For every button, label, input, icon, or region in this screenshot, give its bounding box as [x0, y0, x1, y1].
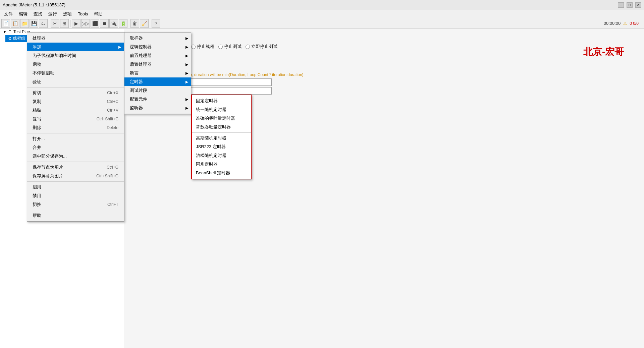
- submenu-timer[interactable]: 定时器: [124, 77, 191, 86]
- warning-icon: ⚠: [623, 21, 627, 26]
- radio-stop-test-now-input[interactable]: [246, 45, 250, 49]
- threadgroup-icon: ⚙: [8, 36, 12, 41]
- ctx-enable[interactable]: 启用: [27, 183, 124, 191]
- ctx-help[interactable]: 帮助: [27, 211, 124, 220]
- scheduler-config-section: ⚠ If Loop Count is not -1 or Forever, du…: [128, 72, 640, 95]
- ctx-processor[interactable]: 处理器: [27, 34, 124, 43]
- error-count: 0 0/0: [630, 21, 639, 26]
- toolbar-template[interactable]: 📋: [11, 19, 19, 28]
- delay-checkbox-row: 延迟创建建线: [128, 55, 640, 61]
- menu-options[interactable]: 选项: [60, 10, 74, 18]
- timer-separator-1: [192, 132, 251, 133]
- threadgroup-label: 线程组: [13, 36, 25, 41]
- ctx-copy[interactable]: 复制 Ctrl+C: [27, 97, 124, 106]
- timer-poisson-random[interactable]: 泊松随机定时器: [192, 151, 251, 160]
- ctx-save-node-image[interactable]: 保存节点为图片 Ctrl+G: [27, 163, 124, 172]
- timer-gaussian-random[interactable]: 高斯随机定时器: [192, 134, 251, 142]
- restore-button[interactable]: □: [627, 2, 633, 8]
- ctx-start[interactable]: 启动: [27, 60, 124, 69]
- titlebar: Apache JMeter (5.1.1 r1855137) ─ □ ✕: [0, 0, 644, 10]
- separator-3: [129, 20, 129, 27]
- toolbar-save[interactable]: 💾: [30, 19, 38, 28]
- toolbar-remote-start[interactable]: 🔌: [109, 19, 118, 28]
- after-action-section: 后要执行的动作 继续 启动下一进程循环 停止线程: [128, 36, 640, 50]
- timer-precise-throughput[interactable]: 准确的吞吐量定时器: [192, 114, 251, 123]
- radio-stop-test-input[interactable]: [218, 45, 223, 49]
- menu-run[interactable]: 运行: [46, 10, 60, 18]
- toolbar-save-all[interactable]: 🗂: [39, 19, 48, 28]
- toolbar-new[interactable]: 📄: [1, 19, 10, 28]
- toolbar-run-all[interactable]: ▷▷: [81, 19, 90, 28]
- menu-find[interactable]: 查找: [31, 10, 45, 18]
- separator-1: [49, 20, 49, 27]
- toolbar-copy[interactable]: ⊞: [60, 19, 69, 28]
- app-title: Apache JMeter (5.1.1 r1855137): [3, 2, 65, 7]
- menubar: 文件 编辑 查找 运行 选项 Tools 帮助: [0, 10, 644, 18]
- timer-uniform-random[interactable]: 统一随机定时器: [192, 105, 251, 114]
- ctx-add[interactable]: 添加: [27, 43, 124, 51]
- toolbar-clear-all[interactable]: 🧹: [140, 19, 149, 28]
- submenu-test-fragment[interactable]: 测试片段: [124, 86, 191, 95]
- submenu-logic-controller[interactable]: 逻辑控制器: [124, 43, 191, 51]
- toolbar-clear[interactable]: 🗑: [130, 19, 139, 28]
- submenu-sampler[interactable]: 取样器: [124, 34, 191, 43]
- toolbar-cut[interactable]: ✂: [51, 19, 59, 28]
- context-menu: 处理器 添加 为子线程添加响应时间 启动 不停顿启动 验证 剪切 Ctrl+X: [27, 32, 124, 222]
- ctx-start-no-pause[interactable]: 不停顿启动: [27, 69, 124, 77]
- ctx-merge[interactable]: 合并: [27, 143, 124, 152]
- timer-beanshell[interactable]: BeanShell 定时器: [192, 169, 251, 177]
- scheduler-checkbox-row: 调度器: [128, 62, 640, 68]
- ctx-add-response-time[interactable]: 为子线程添加响应时间: [27, 51, 124, 60]
- ctx-duplicate[interactable]: 复写 Ctrl+Shift+C: [27, 115, 124, 123]
- ctx-cut[interactable]: 剪切 Ctrl+X: [27, 89, 124, 97]
- toolbar-run[interactable]: ▶: [72, 19, 80, 28]
- radio-stop-test[interactable]: 停止测试: [218, 44, 241, 50]
- duration-row: 持续时间（秒）: [128, 78, 640, 86]
- radio-stop-thread-input[interactable]: [191, 45, 196, 49]
- action-radio-group: 继续 启动下一进程循环 停止线程 停止测试: [128, 44, 640, 50]
- menu-edit[interactable]: 编辑: [16, 10, 30, 18]
- checkboxes-section: 延迟创建建线 调度器: [128, 55, 640, 68]
- toolbar-open[interactable]: 📁: [20, 19, 29, 28]
- toolbar-help[interactable]: ?: [152, 19, 160, 28]
- radio-stop-thread-label: 停止线程: [197, 44, 214, 50]
- toolbar-stop[interactable]: ⬛: [91, 19, 99, 28]
- ctx-disable[interactable]: 禁用: [27, 191, 124, 200]
- tree-panel: ▼ 🗒 Test Plan ⚙ 线程组 处理器 添加 为子线程添加响应时间 启动…: [0, 29, 124, 348]
- radio-stop-thread[interactable]: 停止线程: [191, 44, 214, 50]
- ctx-save-screen-image[interactable]: 保存屏幕为图片 Ctrl+Shift+G: [27, 172, 124, 180]
- ctx-delete[interactable]: 删除 Delete: [27, 123, 124, 132]
- after-action-label: 后要执行的动作: [128, 36, 640, 42]
- ctx-validate[interactable]: 验证: [27, 77, 124, 86]
- close-button[interactable]: ✕: [635, 2, 641, 8]
- menu-file[interactable]: 文件: [1, 10, 15, 18]
- warning-text: ⚠ If Loop Count is not -1 or Forever, du…: [128, 72, 640, 77]
- separator-2: [70, 20, 70, 27]
- toolbar-remote-stop[interactable]: 🔋: [119, 19, 127, 28]
- submenu-config-element[interactable]: 配置元件: [124, 95, 191, 104]
- window-controls: ─ □ ✕: [618, 2, 641, 8]
- submenu-assertion[interactable]: 断言: [124, 69, 191, 77]
- timer-fixed[interactable]: 固定定时器: [192, 97, 251, 105]
- submenu-post-processor[interactable]: 后置处理器: [124, 60, 191, 69]
- menu-help[interactable]: 帮助: [91, 10, 105, 18]
- separator-ctx-1: [27, 87, 124, 88]
- timer-constant-throughput[interactable]: 常数吞吐量定时器: [192, 123, 251, 131]
- submenu-pre-processor[interactable]: 前置处理器: [124, 51, 191, 60]
- menu-tools[interactable]: Tools: [75, 11, 91, 17]
- submenu-add: 取样器 逻辑控制器 前置处理器 后置处理器 断言 定时器 测试片段 配置元件: [124, 32, 191, 114]
- separator-ctx-3: [27, 162, 124, 162]
- radio-stop-test-now[interactable]: 立即停止测试: [246, 44, 277, 50]
- toolbar-stop-now[interactable]: ⏹: [100, 19, 109, 28]
- ctx-save-selection[interactable]: 选中部分保存为...: [27, 152, 124, 161]
- submenu-listener[interactable]: 监听器: [124, 104, 191, 112]
- timer-jsr223[interactable]: JSR223 定时器: [192, 142, 251, 151]
- tree-expand-icon: ▼: [3, 30, 7, 34]
- ctx-open[interactable]: 打开...: [27, 134, 124, 143]
- separator-4: [150, 20, 150, 27]
- toolbar: 📄 📋 📁 💾 🗂 ✂ ⊞ ▶ ▷▷ ⬛ ⏹ 🔌 🔋 🗑 🧹 ? 00:00:0…: [0, 18, 644, 29]
- timer-sync[interactable]: 同步定时器: [192, 160, 251, 169]
- ctx-toggle[interactable]: 切换 Ctrl+T: [27, 200, 124, 209]
- minimize-button[interactable]: ─: [618, 2, 624, 8]
- ctx-paste[interactable]: 粘贴 Ctrl+V: [27, 106, 124, 115]
